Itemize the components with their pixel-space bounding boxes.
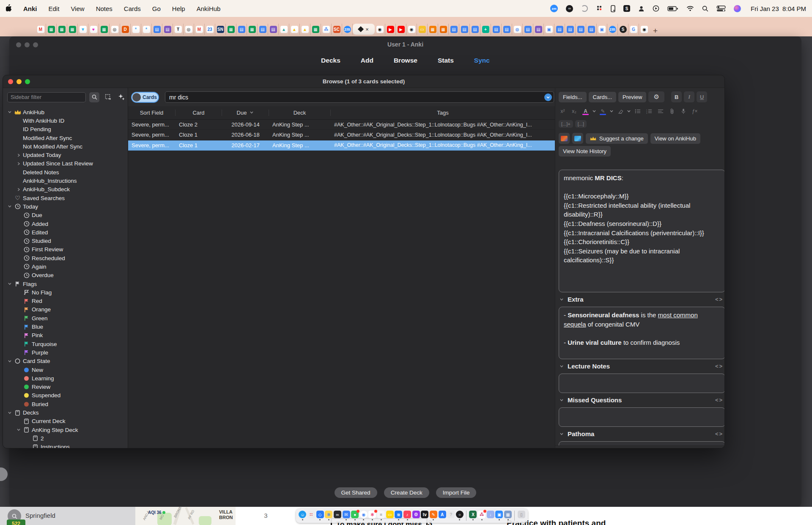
b-style-button[interactable]: B <box>671 91 682 102</box>
image-occlusion-button[interactable] <box>559 133 570 144</box>
sidebar-item-current-deck[interactable]: Current Deck <box>3 417 128 426</box>
sidebar-item-ankihub-instructions[interactable]: AnkiHub_Instructions <box>3 176 128 185</box>
u-style-button[interactable]: U <box>697 91 707 102</box>
sidebar-item-card-state[interactable]: Card State <box>3 357 128 366</box>
numbered-list-icon[interactable]: 123 <box>644 107 654 116</box>
sparkles-icon[interactable] <box>116 92 126 102</box>
siri-icon[interactable] <box>734 5 741 12</box>
browser-tab-google[interactable]: G <box>628 24 639 35</box>
sidebar-item-no-flag[interactable]: No Flag <box>3 288 128 297</box>
battery-icon[interactable] <box>667 6 678 11</box>
browser-tab-github[interactable]: ◉ <box>375 24 385 35</box>
dock-icon-notes-list[interactable]: ≡ <box>377 511 385 521</box>
sidebar-item-pink[interactable]: Pink <box>3 331 128 340</box>
dock-icon-clock-app[interactable]: ○ <box>456 511 464 521</box>
sidebar-item-buried[interactable]: Buried <box>3 400 128 408</box>
browser-tab-calendar[interactable]: 23 <box>205 24 215 35</box>
dock-icon-launchpad[interactable]: ∷ <box>307 511 315 521</box>
browser-tab-dark-circle[interactable]: ◉ <box>406 24 417 35</box>
superscript-icon[interactable]: x² <box>558 107 568 116</box>
browser-tab-sheets[interactable]: ▦ <box>46 24 57 35</box>
table-row[interactable]: Severe, perm...Cloze 12026-02-17AnKing S… <box>128 140 555 151</box>
spiral-icon[interactable] <box>581 5 588 12</box>
dock-icon-messages[interactable]: ● <box>351 511 359 521</box>
mic-icon[interactable] <box>678 107 688 116</box>
view-on-ankihub-button[interactable]: View on AnkiHub <box>650 133 700 144</box>
sidebar-item-deleted-notes[interactable]: Deleted Notes <box>3 168 128 176</box>
dock-icon-zoom[interactable]: ▣ <box>495 511 503 521</box>
apple-logo-icon[interactable] <box>6 4 12 13</box>
browser-tab-slides[interactable]: ▤ <box>533 24 544 35</box>
column-header-tags[interactable]: Tags <box>331 110 555 116</box>
dock-icon-dark-knot[interactable]: ∞ <box>334 511 342 521</box>
dock-icon-anki-dna[interactable]: ⁂ <box>478 511 486 521</box>
highlighter-icon[interactable]: ✎ <box>598 107 608 116</box>
browser-tab-yellow-app[interactable]: ▭ <box>417 24 428 35</box>
sidebar-item-suspended[interactable]: Suspended <box>3 391 128 400</box>
browser-tab-heart-app[interactable]: ♥ <box>88 24 99 35</box>
dock-icon-chrome[interactable]: ◉ <box>359 511 368 521</box>
fields-button[interactable]: Fields... <box>559 92 587 102</box>
cloze-same-button[interactable]: [...] <box>575 120 587 128</box>
browser-tab-docs[interactable]: ▤ <box>459 24 470 35</box>
menu-item-view[interactable]: View <box>71 5 84 12</box>
html-editor-toggle-icon[interactable]: <> <box>715 431 723 437</box>
paperclip-icon[interactable] <box>667 107 677 116</box>
browser-tab-github[interactable]: ◉ <box>639 24 650 35</box>
sidebar-item-edited[interactable]: Edited <box>3 228 128 236</box>
i-style-button[interactable]: I <box>684 91 694 102</box>
menu-item-notes[interactable]: Notes <box>96 5 112 12</box>
browser-tab-openai[interactable]: ◎ <box>184 24 194 35</box>
search-icon[interactable] <box>89 92 99 102</box>
sidebar-item-red[interactable]: Red <box>3 297 128 305</box>
browser-tab-sheets[interactable]: ▦ <box>57 24 67 35</box>
sidebar-item-saved-searches[interactable]: ♡Saved Searches <box>3 194 128 202</box>
zoom-badge-icon[interactable]: zm <box>550 5 558 12</box>
chevron-right-icon[interactable] <box>15 153 22 157</box>
sidebar-item-today[interactable]: Today <box>3 202 128 211</box>
column-header-card[interactable]: Card <box>176 110 222 116</box>
browser-tab-docs[interactable]: ▤ <box>586 24 597 35</box>
cards-button[interactable]: Cards... <box>589 92 617 102</box>
browser-tab-d-app[interactable]: D <box>120 24 131 35</box>
shottr-icon[interactable]: S <box>623 5 630 12</box>
chevron-down-icon[interactable] <box>560 363 564 370</box>
chevron-down-icon[interactable] <box>609 109 614 113</box>
bullet-list-icon[interactable] <box>633 107 642 116</box>
dock-icon-finder[interactable]: ☺ <box>299 511 307 521</box>
align-left-icon[interactable] <box>656 107 665 116</box>
browser-tab-sheets[interactable]: ▦ <box>226 24 236 35</box>
creative-cloud-icon[interactable]: ∞ <box>566 5 573 12</box>
browser-tab-docs[interactable]: ▤ <box>258 24 268 35</box>
dock-icon-mail[interactable]: ✉ <box>342 511 350 521</box>
table-header[interactable]: Sort FieldCardDueDeckTags <box>128 106 555 120</box>
get-shared-button[interactable]: Get Shared <box>335 487 377 498</box>
nav-add[interactable]: Add <box>361 57 373 64</box>
browser-tab-s-circle[interactable]: S <box>618 24 628 35</box>
browser-tab-lock[interactable]: ▣ <box>597 24 607 35</box>
html-editor-toggle-icon[interactable]: <> <box>715 296 723 302</box>
sidebar-item-again[interactable]: Again <box>3 262 128 271</box>
section-header-missed-questions[interactable]: Missed Questions<> <box>560 396 622 404</box>
browser-tab-docs[interactable]: ▤ <box>523 24 533 35</box>
sidebar-item-new[interactable]: New <box>3 366 128 374</box>
suggest-change-button[interactable]: Suggest a change <box>586 133 648 144</box>
sidebar-item-due[interactable]: Due <box>3 211 128 220</box>
dock-icon-hidden-app[interactable]: ? <box>447 511 455 521</box>
sidebar-item-purple[interactable]: Purple <box>3 348 128 357</box>
menu-item-help[interactable]: Help <box>172 5 185 12</box>
sidebar-item-updated-today[interactable]: Updated Today <box>3 151 128 159</box>
browser-tab-zoom[interactable]: zm <box>607 24 618 35</box>
browser-tab-teal-triangle[interactable]: ▲ <box>279 24 289 35</box>
maps-window-fragment[interactable]: Springfield AQI 36 AND AMOBRONXAY RD VIL… <box>0 507 237 525</box>
menu-item-cards[interactable]: Cards <box>124 5 141 12</box>
chevron-down-icon[interactable] <box>6 359 13 363</box>
eraser-icon[interactable] <box>615 107 625 116</box>
menu-item-edit[interactable]: Edit <box>49 5 60 12</box>
sidebar-item-flags[interactable]: Flags <box>3 280 128 288</box>
device-icon[interactable] <box>611 5 615 12</box>
browser-tab-gmail[interactable]: M <box>36 24 46 35</box>
chevron-down-icon[interactable] <box>560 296 564 303</box>
sidebar-item-turquoise[interactable]: Turquoise <box>3 340 128 348</box>
sidebar-item-modified-after-sync[interactable]: Modified After Sync <box>3 134 128 142</box>
